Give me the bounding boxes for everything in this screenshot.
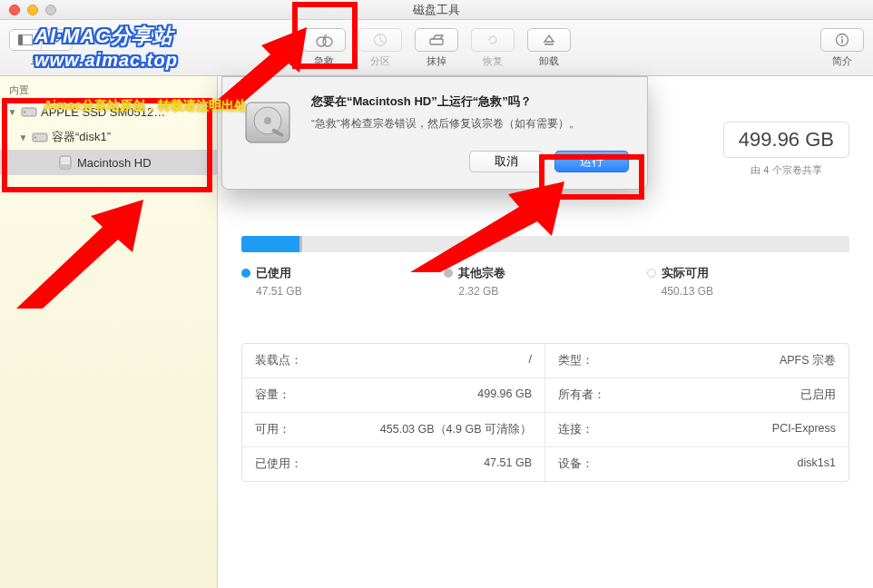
info-grid: 装载点：/类型：APFS 宗卷容量：499.96 GB所有者：已启用可用：455…	[241, 343, 849, 482]
info-cell: 容量：499.96 GB	[242, 378, 545, 413]
disclosure-triangle-icon[interactable]: ▼	[18, 132, 28, 142]
disk-icon	[21, 103, 37, 120]
unmount-icon	[527, 28, 571, 52]
svg-rect-5	[430, 39, 443, 44]
sidebar-item[interactable]: ▼容器“disk1”	[0, 124, 217, 150]
info-cell: 类型：APFS 宗卷	[545, 344, 848, 378]
dialog-message: “急救”将检查宗卷错误，然后修复该宗卷（如有需要）。	[311, 117, 629, 131]
sidebar-item-label: 容器“disk1”	[52, 129, 111, 145]
toolbar-partition-button: 分区	[358, 28, 402, 68]
info-button[interactable]: 简介	[820, 28, 864, 68]
watermark-note: Aimac分享站原创，转载请注明出处	[44, 98, 247, 114]
toolbar-unmount-button[interactable]: 卸载	[527, 28, 571, 68]
svg-rect-17	[60, 164, 71, 169]
info-cell: 连接：PCI-Express	[545, 413, 848, 447]
hard-drive-icon	[239, 93, 297, 152]
legend-item: 已使用47.51 GB	[241, 265, 444, 298]
svg-point-10	[841, 36, 843, 38]
svg-point-20	[264, 117, 271, 124]
watermark: AI·MAC分享站 www.aimac.top	[34, 24, 178, 72]
svg-point-3	[323, 37, 332, 46]
svg-marker-6	[488, 39, 491, 42]
toolbar-actions: 急救分区抹掉恢复卸载	[302, 28, 571, 68]
volume-icon	[57, 154, 74, 171]
capacity-panel: 499.96 GB 由 4 个宗卷共享	[723, 122, 849, 177]
legend-item: 实际可用450.13 GB	[647, 265, 849, 298]
erase-icon	[415, 28, 458, 52]
cancel-button[interactable]: 取消	[469, 151, 544, 172]
run-button[interactable]: 运行	[554, 151, 629, 172]
info-cell: 所有者：已启用	[545, 378, 848, 413]
sidebar-section-header: 内置	[0, 80, 217, 99]
svg-point-15	[34, 137, 36, 139]
legend-dot	[647, 269, 656, 278]
toolbar-first-aid-button[interactable]: 急救	[302, 28, 346, 68]
titlebar: 磁盘工具	[0, 0, 873, 20]
svg-point-13	[24, 112, 25, 113]
disclosure-triangle-icon[interactable]: ▼	[7, 107, 17, 117]
svg-rect-8	[544, 44, 554, 45]
sidebar-item-label: Macintosh HD	[77, 156, 152, 170]
toolbar-erase-button[interactable]: 抹掉	[415, 28, 458, 68]
usage-segment	[241, 236, 299, 252]
sidebar-item[interactable]: Macintosh HD	[0, 150, 217, 175]
info-cell: 已使用：47.51 GB	[242, 447, 545, 481]
first-aid-icon	[302, 28, 346, 52]
sidebar: 内置 ▼APPLE SSD SM0512…▼容器“disk1”Macintosh…	[0, 76, 218, 588]
usage-legend: 已使用47.51 GB其他宗卷2.32 GB实际可用450.13 GB	[241, 265, 849, 298]
capacity-sub: 由 4 个宗卷共享	[723, 163, 849, 177]
svg-rect-1	[18, 34, 23, 45]
window-title: 磁盘工具	[0, 2, 873, 18]
disk-icon	[32, 129, 48, 145]
legend-dot	[444, 269, 453, 278]
first-aid-dialog: 您要在“Macintosh HD”上运行“急救”吗？ “急救”将检查宗卷错误，然…	[221, 76, 648, 190]
restore-icon	[471, 28, 515, 52]
info-cell: 设备：disk1s1	[545, 447, 848, 481]
dialog-title: 您要在“Macintosh HD”上运行“急救”吗？	[311, 93, 629, 110]
legend-dot	[241, 269, 250, 278]
capacity-value: 499.96 GB	[723, 122, 849, 158]
partition-icon	[358, 28, 402, 52]
info-cell: 装载点：/	[242, 344, 545, 378]
svg-rect-11	[841, 39, 842, 44]
svg-marker-7	[544, 35, 554, 42]
usage-bar	[241, 236, 849, 252]
legend-item: 其他宗卷2.32 GB	[444, 265, 646, 298]
info-cell: 可用：455.03 GB（4.9 GB 可清除）	[242, 413, 545, 447]
toolbar-restore-button: 恢复	[471, 28, 515, 68]
usage-segment	[299, 236, 302, 252]
